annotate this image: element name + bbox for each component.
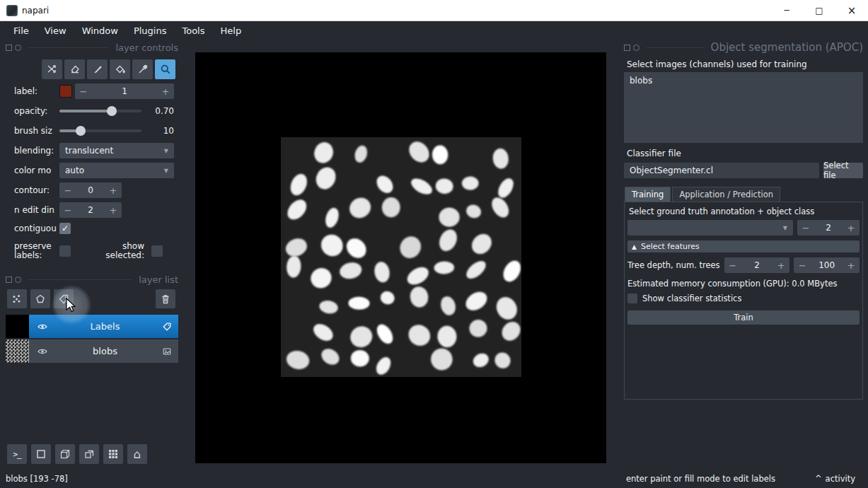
minimize-button[interactable]: ─ — [770, 0, 803, 21]
pan-zoom-button[interactable] — [155, 59, 175, 79]
slider-handle[interactable] — [107, 106, 117, 116]
menu-tools[interactable]: Tools — [174, 21, 212, 40]
show-selected-checkbox[interactable] — [151, 245, 163, 257]
menu-plugins[interactable]: Plugins — [126, 21, 175, 40]
shuffle-colors-button[interactable] — [42, 59, 62, 79]
maximize-button[interactable]: □ — [803, 0, 835, 21]
color-picker-button[interactable] — [132, 59, 153, 79]
n-edit-dim-spinbox[interactable]: − 2 + — [59, 202, 122, 218]
layer-list-toolbar — [7, 289, 175, 308]
layer-row-labels[interactable]: Labels — [6, 315, 178, 338]
dock-float-icon[interactable] — [6, 277, 12, 283]
decrement-button[interactable]: − — [797, 223, 814, 233]
tree-depth-spinbox[interactable]: − 2 + — [724, 257, 790, 273]
classifier-file-input[interactable]: ObjectSegmenter.cl — [624, 163, 819, 178]
decrement-button[interactable]: − — [59, 205, 76, 216]
dock-menu-icon[interactable] — [15, 277, 21, 283]
titlebar: napari ─ □ × — [0, 0, 868, 21]
activity-label: activity — [826, 474, 855, 484]
decrement-button[interactable]: − — [794, 260, 811, 271]
ground-truth-row: ▼ − 2 + — [627, 220, 860, 236]
eye-icon — [37, 321, 48, 332]
num-trees-spinbox[interactable]: − 100 + — [794, 257, 860, 273]
opacity-slider[interactable] — [59, 110, 141, 112]
menu-file[interactable]: File — [6, 21, 37, 40]
increment-button[interactable]: + — [105, 185, 122, 196]
new-labels-layer-button[interactable] — [54, 289, 74, 308]
menu-view[interactable]: View — [37, 21, 74, 40]
dock-float-icon[interactable] — [6, 45, 12, 51]
chevron-down-icon: ▼ — [164, 168, 168, 174]
object-class-spinbox[interactable]: − 2 + — [797, 220, 860, 236]
opacity-row: opacity: 0.70 — [14, 103, 174, 119]
visibility-toggle[interactable] — [37, 321, 48, 332]
increment-button[interactable]: + — [772, 260, 789, 271]
eraser-button[interactable] — [64, 59, 85, 79]
menu-help[interactable]: Help — [213, 21, 250, 40]
contour-row: contour: − 0 + — [14, 182, 174, 198]
visibility-toggle[interactable] — [37, 346, 48, 357]
transpose-dimensions-button[interactable] — [79, 444, 99, 464]
dock-menu-icon[interactable] — [633, 45, 640, 51]
tree-depth-value: 2 — [741, 260, 773, 270]
color-mode-value: auto — [65, 165, 84, 175]
preserve-labels-checkbox[interactable] — [59, 245, 71, 257]
roll-dimensions-button[interactable] — [55, 444, 75, 464]
label-color-swatch[interactable] — [59, 85, 72, 98]
brush-size-slider[interactable] — [59, 129, 141, 132]
shapes-icon — [35, 294, 46, 305]
train-button[interactable]: Train — [627, 310, 860, 325]
contiguous-checkbox[interactable]: ✓ — [59, 223, 71, 234]
show-statistics-checkbox[interactable] — [627, 294, 637, 303]
console-button[interactable]: >_ — [7, 444, 27, 464]
increment-button[interactable]: + — [843, 260, 860, 271]
divider — [28, 279, 132, 280]
select-file-button[interactable]: Select file — [823, 163, 863, 178]
contour-spinbox[interactable]: − 0 + — [59, 182, 122, 198]
new-shapes-layer-button[interactable] — [30, 289, 50, 308]
eraser-icon — [69, 64, 81, 75]
collapse-arrow-icon: ▲ — [632, 243, 637, 250]
layer-name: blobs — [48, 346, 162, 356]
grid-view-button[interactable] — [103, 444, 123, 464]
caret-up-icon: ^ — [815, 474, 822, 484]
menu-window[interactable]: Window — [74, 21, 126, 40]
dock-float-icon[interactable] — [624, 45, 630, 51]
layer-row-blobs[interactable]: blobs — [6, 339, 178, 363]
brush-size-value: 10 — [149, 126, 174, 136]
increment-button[interactable]: + — [157, 86, 174, 97]
fill-bucket-button[interactable] — [110, 59, 130, 79]
preserve-labels-label: preserve labels: — [14, 242, 59, 260]
activity-toggle[interactable]: ^ activity — [815, 474, 855, 484]
decrement-button[interactable]: − — [75, 86, 92, 97]
dock-menu-icon[interactable] — [15, 45, 21, 51]
close-button[interactable]: × — [835, 0, 868, 21]
ndisplay-toggle-button[interactable] — [31, 444, 51, 464]
slider-handle[interactable] — [76, 126, 86, 136]
memory-consumption-label: Estimated memory consumption (GPU): 0.0 … — [627, 279, 860, 289]
select-features-collapsible[interactable]: ▲ Select features — [627, 240, 860, 252]
color-mode-combobox[interactable]: auto ▼ — [59, 163, 174, 178]
classifier-file-row: ObjectSegmenter.cl Select file — [624, 163, 863, 178]
decrement-button[interactable]: − — [59, 185, 76, 196]
list-item[interactable]: blobs — [630, 76, 857, 86]
new-points-layer-button[interactable] — [7, 289, 27, 308]
tab-training[interactable]: Training — [625, 187, 671, 202]
increment-button[interactable]: + — [843, 223, 860, 233]
classifier-file-label: Classifier file — [627, 149, 862, 158]
dock-title-layer-list: layer list — [139, 274, 178, 285]
training-images-list[interactable]: blobs — [624, 72, 863, 143]
home-reset-view-button[interactable]: ⌂ — [127, 444, 147, 464]
decrement-button[interactable]: − — [724, 260, 741, 271]
viewer-canvas[interactable] — [195, 52, 606, 463]
blobs-image — [281, 137, 521, 377]
label-spinbox[interactable]: − 1 + — [75, 83, 174, 99]
delete-layer-button[interactable] — [156, 289, 175, 308]
paintbrush-button[interactable] — [87, 59, 108, 79]
tab-application-prediction[interactable]: Application / Prediction — [672, 187, 780, 202]
blending-combobox[interactable]: translucent ▼ — [59, 143, 174, 158]
blending-value: translucent — [65, 146, 113, 156]
increment-button[interactable]: + — [105, 205, 122, 216]
cursor-coordinates: blobs [193 -78] — [6, 474, 68, 484]
ground-truth-combobox[interactable]: ▼ — [627, 220, 793, 236]
